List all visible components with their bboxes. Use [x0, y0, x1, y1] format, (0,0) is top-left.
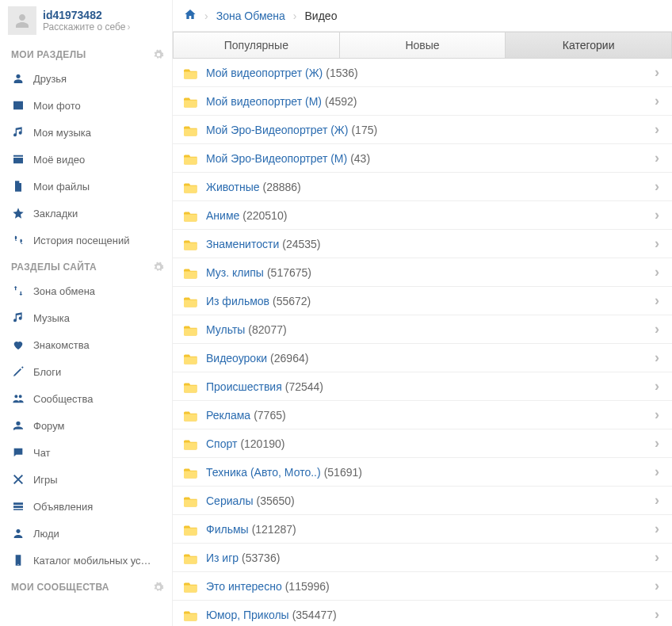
- folder-count: (43): [350, 152, 370, 165]
- tab-new[interactable]: Новые: [340, 32, 506, 58]
- folder-row[interactable]: Мой Эро-Видеопортрет (Ж) (175)›: [173, 116, 672, 144]
- sidebar-item[interactable]: Знакомства: [0, 331, 172, 358]
- folder-count: (35650): [257, 494, 295, 507]
- sidebar-item-label: Люди: [33, 528, 59, 540]
- folder-count: (1536): [326, 67, 357, 79]
- folder-name: Фильмы: [206, 523, 249, 536]
- forum-icon: [11, 418, 25, 433]
- sidebar-item[interactable]: Мои фото: [0, 92, 172, 119]
- sidebar-item[interactable]: История посещений: [0, 227, 172, 254]
- sidebar-item[interactable]: Чат: [0, 439, 172, 466]
- folder-row[interactable]: Аниме (220510)›: [173, 201, 672, 230]
- sidebar-item-label: Мои фото: [33, 100, 81, 112]
- chevron-right-icon: ›: [655, 178, 661, 195]
- folder-row[interactable]: Животные (28886)›: [173, 173, 672, 201]
- sidebar-item[interactable]: Моя музыка: [0, 119, 172, 146]
- sidebar-item[interactable]: Люди: [0, 520, 172, 547]
- chevron-right-icon: ›: [655, 407, 661, 423]
- sidebar-item[interactable]: Блоги: [0, 358, 172, 385]
- people-icon: [11, 526, 25, 540]
- pen-icon: [11, 365, 25, 379]
- folder-row[interactable]: Мой видеопортрет (Ж) (1536)›: [173, 59, 672, 87]
- folder-row[interactable]: Из игр (53736)›: [173, 544, 672, 572]
- folder-icon: [184, 437, 198, 450]
- heart-icon: [11, 338, 25, 352]
- folder-icon: [184, 352, 198, 365]
- sidebar-item[interactable]: Форум: [0, 412, 172, 439]
- folder-icon: [184, 95, 198, 108]
- sidebar-item[interactable]: Каталог мобильных ус…: [0, 547, 172, 574]
- folder-row[interactable]: Техника (Авто, Мото..) (51691)›: [173, 458, 672, 487]
- sidebar-item[interactable]: Объявления: [0, 493, 172, 520]
- folder-row[interactable]: Муз. клипы (517675)›: [173, 258, 672, 287]
- chevron-right-icon: ›: [655, 321, 661, 338]
- nav-site: Зона обменаМузыкаЗнакомстваБлогиСообщест…: [0, 277, 172, 574]
- folder-row[interactable]: Видеоуроки (26964)›: [173, 344, 672, 372]
- sidebar-item[interactable]: Моё видео: [0, 146, 172, 173]
- folder-name: Мой Эро-Видеопортрет (Ж): [206, 124, 348, 136]
- breadcrumb: › Зона Обмена › Видео: [173, 0, 672, 32]
- sidebar-item[interactable]: Мои файлы: [0, 173, 172, 200]
- tab-popular[interactable]: Популярные: [174, 32, 340, 58]
- sidebar-item[interactable]: Закладки: [0, 200, 172, 227]
- games-icon: [11, 472, 25, 487]
- folder-icon: [184, 295, 198, 307]
- gear-icon[interactable]: [153, 261, 164, 273]
- sidebar-item[interactable]: Игры: [0, 466, 172, 493]
- folder-icon: [184, 609, 198, 621]
- user-block[interactable]: id41973482 Расскажите о себе›: [0, 0, 172, 41]
- sidebar-item-label: Знакомства: [33, 339, 90, 351]
- folder-icon: [184, 323, 198, 336]
- folder-row[interactable]: Реклама (7765)›: [173, 401, 672, 429]
- sidebar-item-label: Мои файлы: [33, 181, 90, 193]
- folder-count: (175): [351, 124, 377, 136]
- chevron-right-icon: ›: [655, 292, 661, 309]
- folder-count: (53736): [242, 552, 280, 564]
- folder-icon: [184, 580, 198, 593]
- sidebar-item[interactable]: Сообщества: [0, 385, 172, 412]
- folder-icon: [184, 466, 198, 479]
- folder-count: (517675): [267, 266, 311, 279]
- folder-count: (24535): [282, 238, 320, 250]
- tab-categories[interactable]: Категории: [506, 32, 671, 58]
- chevron-right-icon: ›: [655, 521, 661, 537]
- folder-icon: [184, 209, 198, 222]
- home-icon[interactable]: [184, 8, 197, 23]
- sidebar-item-label: Моё видео: [33, 154, 85, 166]
- folder-row[interactable]: Происшествия (72544)›: [173, 372, 672, 401]
- user-status[interactable]: Расскажите о себе›: [43, 21, 131, 32]
- mobile-icon: [11, 553, 25, 567]
- folder-row[interactable]: Фильмы (121287)›: [173, 515, 672, 544]
- folder-row[interactable]: Спорт (120190)›: [173, 429, 672, 458]
- folder-row[interactable]: Из фильмов (55672)›: [173, 287, 672, 315]
- folder-row[interactable]: Это интересно (115996)›: [173, 572, 672, 601]
- folder-name: Мой Эро-Видеопортрет (М): [206, 152, 347, 165]
- folder-row[interactable]: Юмор, Приколы (354477)›: [173, 601, 672, 626]
- gear-icon[interactable]: [153, 49, 164, 60]
- gear-icon[interactable]: [153, 582, 164, 593]
- breadcrumb-zone[interactable]: Зона Обмена: [216, 10, 285, 22]
- section-header-site: РАЗДЕЛЫ САЙТА: [0, 254, 172, 277]
- folder-row[interactable]: Мой Эро-Видеопортрет (М) (43)›: [173, 144, 672, 173]
- folder-count: (120190): [240, 437, 284, 450]
- folder-count: (72544): [285, 380, 323, 393]
- chevron-right-icon: ›: [655, 235, 661, 252]
- sidebar-item[interactable]: Зона обмена: [0, 277, 172, 304]
- chevron-right-icon: ›: [655, 378, 661, 395]
- folder-name: Из игр: [206, 552, 239, 564]
- exchange-icon: [11, 284, 25, 298]
- sidebar-item-label: Зона обмена: [33, 285, 95, 297]
- sidebar-item-label: Музыка: [33, 312, 70, 324]
- folder-icon: [184, 380, 198, 393]
- sidebar-item[interactable]: Друзья: [0, 65, 172, 92]
- folder-row[interactable]: Сериалы (35650)›: [173, 487, 672, 515]
- user-id: id41973482: [43, 9, 131, 21]
- folder-row[interactable]: Мульты (82077)›: [173, 315, 672, 344]
- sidebar-item[interactable]: Музыка: [0, 304, 172, 331]
- folder-row[interactable]: Мой видеопортрет (М) (4592)›: [173, 87, 672, 116]
- folder-count: (220510): [242, 209, 287, 222]
- folder-name: Происшествия: [206, 380, 282, 393]
- sidebar: id41973482 Расскажите о себе› МОИ РАЗДЕЛ…: [0, 0, 173, 626]
- folder-row[interactable]: Знаменитости (24535)›: [173, 230, 672, 258]
- folder-icon: [184, 67, 198, 79]
